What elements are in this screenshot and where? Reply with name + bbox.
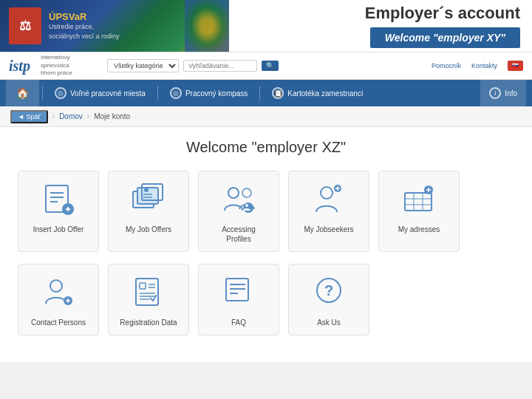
tile-label-jobseekers: My Jobseekers	[304, 225, 353, 234]
istp-tagline: Internetový sprievodca trhom práce	[41, 54, 100, 77]
job-offers-icon: ◎	[55, 87, 66, 99]
svg-rect-21	[405, 193, 432, 211]
breadcrumb-bar: ◄ Späť › Domov › Moje konto	[0, 106, 532, 127]
main-content: Welcome "employer XZ" Insert Job Offer	[0, 127, 532, 362]
breadcrumb-current: Moje konto	[94, 112, 130, 120]
tile-contact-persons[interactable]: Contact Persons	[18, 264, 99, 335]
tile-label-ask: Ask Us	[317, 318, 341, 327]
nav-home[interactable]: 🏠	[6, 80, 39, 106]
nav-job-offers[interactable]: ◎ Voľné pracovné miesta	[46, 80, 154, 106]
svg-rect-33	[136, 279, 158, 305]
job-offer-icon	[39, 182, 78, 217]
tile-label-profiles: AccessingProfiles	[222, 225, 256, 244]
svg-point-16	[245, 204, 248, 207]
svg-rect-34	[140, 283, 146, 289]
tile-label-faq: FAQ	[231, 318, 246, 327]
category-dropdown[interactable]: Všetky kategórie	[107, 59, 179, 72]
ask-icon: ?	[310, 275, 348, 310]
svg-point-29	[50, 280, 62, 292]
tiles-row-1: Insert Job Offer My Job Offers	[18, 171, 514, 252]
upsvr-logo: ⚖	[9, 7, 41, 44]
employer-title: Employer´s account	[365, 4, 520, 23]
tile-my-adresses[interactable]: My adresses	[378, 171, 460, 252]
tile-registration-data[interactable]: Registration Data	[108, 264, 189, 335]
istp-bar: istp Internetový sprievodca trhom práce …	[0, 52, 532, 80]
nav-compass-label: Pracovný kompass	[185, 89, 248, 98]
nav-kartoteka-label: Kartotéka zamestnancí	[287, 89, 363, 98]
nav-info[interactable]: i Info	[480, 80, 526, 106]
search-input[interactable]	[183, 60, 257, 72]
blue-nav: 🏠 ◎ Voľné pracovné miesta ◎ Pracovný kom…	[0, 80, 532, 106]
tile-ask-us[interactable]: ? Ask Us	[288, 264, 369, 335]
employer-title-section: Employer´s account Welcome "employer XY"	[229, 0, 532, 52]
contact-icon	[39, 275, 78, 310]
registration-icon	[129, 275, 168, 310]
welcome-banner: Welcome "employer XY"	[370, 27, 520, 48]
nav-kartoteka[interactable]: 📋 Kartotéka zamestnancí	[263, 80, 372, 106]
svg-point-17	[321, 187, 332, 199]
welcome-heading: Welcome "employer XZ"	[18, 139, 514, 156]
nav-separator-3	[259, 86, 260, 100]
upsvr-title: ÚPSVaR	[49, 11, 120, 22]
tile-label-registration: Registration Data	[120, 318, 177, 327]
faq-icon	[219, 275, 258, 310]
profiles-icon	[219, 182, 258, 217]
svg-point-13	[228, 188, 239, 198]
info-icon: i	[489, 87, 501, 99]
tile-accessing-profiles[interactable]: AccessingProfiles	[198, 171, 279, 252]
tile-label-my-offers: My Job Offers	[126, 225, 171, 234]
tile-insert-job-offer[interactable]: Insert Job Offer	[18, 171, 99, 252]
nav-job-offers-label: Voľné pracovné miesta	[70, 89, 146, 98]
top-header: ⚖ ÚPSVaR Ustredie práce, sociálnych vecí…	[0, 0, 532, 52]
upsvr-text: ÚPSVaR Ustredie práce, sociálnych vecí a…	[49, 11, 120, 41]
nav-link-kontakty[interactable]: Kontakty	[471, 62, 497, 69]
tile-label-contact: Contact Persons	[31, 318, 86, 327]
jobseekers-icon	[310, 182, 348, 217]
back-button[interactable]: ◄ Späť	[10, 110, 48, 123]
logo-section: ⚖ ÚPSVaR Ustredie práce, sociálnych vecí…	[0, 0, 229, 52]
tile-label-job-offer: Insert Job Offer	[33, 225, 84, 234]
kartoteka-icon: 📋	[272, 87, 284, 99]
svg-point-10	[144, 188, 149, 192]
upsvr-subtitle: Ustredie práce, sociálnych vecí a rodiny	[49, 22, 120, 41]
breadcrumb-home[interactable]: Domov	[59, 112, 83, 120]
istp-right-logo: 🇸🇰	[508, 61, 523, 71]
my-offers-icon	[129, 182, 168, 217]
svg-point-14	[242, 188, 251, 197]
nav-separator-1	[42, 86, 43, 100]
istp-search-area: Všetky kategórie 🔍	[107, 59, 424, 72]
tiles-row-2: Contact Persons Registration Data	[18, 264, 514, 335]
tile-my-jobseekers[interactable]: My Jobseekers	[288, 171, 369, 252]
tile-label-adresses: My adresses	[398, 225, 440, 234]
nav-compass[interactable]: ◎ Pracovný kompass	[161, 80, 256, 106]
breadcrumb-sep-2: ›	[87, 112, 89, 120]
svg-text:?: ?	[324, 282, 333, 299]
nav-separator-2	[157, 86, 158, 100]
tile-my-job-offers[interactable]: My Job Offers	[108, 171, 189, 252]
nav-info-label: Info	[505, 89, 517, 98]
istp-nav-links: Pomocník Kontakty 🇸🇰	[432, 61, 523, 71]
addresses-icon	[400, 182, 438, 217]
search-button[interactable]: 🔍	[262, 61, 279, 71]
breadcrumb-sep-1: ›	[52, 112, 55, 120]
compass-icon: ◎	[170, 87, 182, 99]
istp-logo: istp	[9, 58, 30, 75]
nav-link-pomocnik[interactable]: Pomocník	[432, 62, 461, 69]
tile-faq[interactable]: FAQ	[198, 264, 279, 335]
svg-point-15	[243, 202, 253, 213]
